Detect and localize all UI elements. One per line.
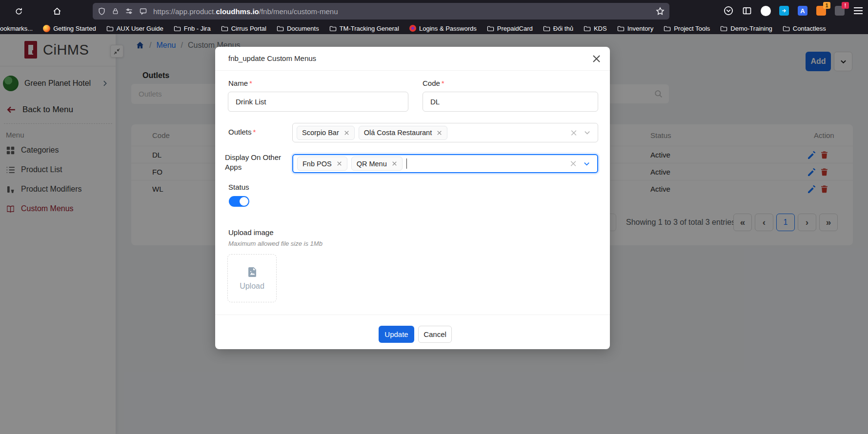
- outlets-multiselect[interactable]: Scorpio Bar Olá Costa Restaurant: [292, 123, 598, 142]
- code-field[interactable]: DL: [423, 92, 598, 112]
- orange-extension-icon[interactable]: 1: [815, 5, 827, 17]
- bookmark-item[interactable]: Đối thủ: [543, 25, 573, 32]
- reload-icon[interactable]: [13, 6, 24, 17]
- permissions-icon[interactable]: [125, 7, 133, 15]
- folder-icon: [617, 25, 625, 32]
- text-cursor: [406, 158, 407, 169]
- modal-header: fnb_update Custom Menus: [215, 47, 610, 71]
- chip-remove-icon[interactable]: [437, 130, 442, 136]
- clear-icon[interactable]: [570, 129, 577, 136]
- update-custom-menu-modal: fnb_update Custom Menus Name* Drink List…: [215, 47, 610, 349]
- home-icon[interactable]: [52, 6, 62, 17]
- bookmark-item[interactable]: Inventory: [617, 25, 653, 32]
- url-text: https://app.product.cloudhms.io/fnb/menu…: [153, 7, 338, 16]
- browser-chrome: https://app.product.cloudhms.io/fnb/menu…: [0, 0, 868, 34]
- display-apps-label: Display On OtherApps: [225, 153, 288, 172]
- folder-icon: [584, 25, 591, 32]
- chevron-down-icon[interactable]: [583, 160, 590, 167]
- bookmark-item[interactable]: TM-Tracking General: [329, 25, 399, 32]
- translate-extension-icon[interactable]: [797, 5, 808, 17]
- passwords-icon: [409, 25, 416, 32]
- tracking-shield-icon[interactable]: [98, 7, 106, 16]
- chip-outlet: Scorpio Bar: [297, 126, 355, 140]
- folder-icon: [487, 25, 494, 32]
- bookmark-item[interactable]: ookmarks...: [0, 25, 33, 32]
- modal-footer: Update Cancel: [215, 315, 610, 349]
- screen: https://app.product.cloudhms.io/fnb/menu…: [0, 0, 868, 434]
- app-page: CiHMS Green Planet Hotel Back to Menu Me…: [0, 34, 868, 434]
- bookmark-item[interactable]: KDS: [584, 25, 607, 32]
- bookmark-item[interactable]: AUX User Guide: [106, 25, 163, 32]
- bookmark-item[interactable]: Documents: [277, 25, 319, 32]
- upload-image-label: Upload image: [228, 228, 274, 237]
- image-file-icon: [246, 266, 258, 278]
- bookmark-item[interactable]: Getting Started: [43, 25, 96, 32]
- clear-icon[interactable]: [570, 160, 577, 167]
- folder-icon: [329, 25, 337, 32]
- bookmark-item[interactable]: Demo-Training: [720, 25, 772, 32]
- upload-dropzone[interactable]: Upload: [227, 254, 277, 302]
- folder-icon: [543, 25, 550, 32]
- code-label: Code*: [423, 79, 444, 87]
- close-icon[interactable]: [591, 53, 602, 64]
- extension-badge: 1: [823, 2, 830, 9]
- modal-title: fnb_update Custom Menus: [228, 54, 316, 62]
- upload-hint: Maximum allowed file size is 1Mb: [228, 240, 323, 247]
- upload-button-label: Upload: [240, 282, 264, 291]
- outlets-label: Outlets*: [228, 128, 256, 136]
- bookmark-item[interactable]: Project Tools: [664, 25, 710, 32]
- display-apps-multiselect[interactable]: Fnb POS QR Menu: [292, 154, 598, 173]
- cancel-button[interactable]: Cancel: [418, 326, 452, 343]
- lock-icon[interactable]: [112, 7, 119, 15]
- menu-hamburger-icon[interactable]: [852, 5, 864, 17]
- send-doc-extension-icon[interactable]: [778, 5, 790, 17]
- chip-outlet: Olá Costa Restaurant: [359, 126, 447, 140]
- chip-remove-icon[interactable]: [344, 130, 349, 136]
- url-bar[interactable]: https://app.product.cloudhms.io/fnb/menu…: [93, 3, 669, 20]
- update-button[interactable]: Update: [379, 326, 414, 343]
- h-extension-icon[interactable]: [760, 5, 771, 17]
- bookmark-item[interactable]: Contactless: [783, 25, 826, 32]
- browser-toolbar: https://app.product.cloudhms.io/fnb/menu…: [0, 0, 868, 22]
- alert-badge: !: [842, 2, 849, 9]
- folder-icon: [106, 25, 114, 32]
- extension-icons: 1 !: [723, 5, 864, 17]
- alert-extension-icon[interactable]: !: [834, 5, 846, 17]
- folder-icon: [783, 25, 790, 32]
- chip-app: Fnb POS: [297, 157, 347, 171]
- notification-icon[interactable]: [139, 7, 147, 15]
- folder-icon: [720, 25, 727, 32]
- name-field[interactable]: Drink List: [228, 92, 408, 112]
- bookmark-star-icon[interactable]: [656, 7, 665, 16]
- pocket-icon[interactable]: [723, 5, 734, 17]
- bookmark-item[interactable]: Cirrus Portal: [221, 25, 266, 32]
- status-toggle[interactable]: [229, 196, 249, 207]
- sidebars-icon[interactable]: [741, 5, 753, 17]
- bookmarks-bar: ookmarks... Getting Started AUX User Gui…: [0, 22, 868, 34]
- folder-icon: [664, 25, 671, 32]
- firefox-icon: [43, 25, 50, 32]
- folder-icon: [277, 25, 284, 32]
- chevron-down-icon[interactable]: [584, 129, 591, 137]
- chip-app: QR Menu: [351, 157, 403, 171]
- bookmark-item[interactable]: Logins & Passwords: [409, 25, 477, 32]
- folder-icon: [174, 25, 181, 32]
- bookmark-item[interactable]: Fnb - Jira: [174, 25, 211, 32]
- name-label: Name*: [228, 79, 252, 87]
- chip-remove-icon[interactable]: [337, 161, 342, 166]
- chip-remove-icon[interactable]: [392, 161, 397, 166]
- status-label: Status: [228, 183, 249, 191]
- bookmark-item[interactable]: PrepaidCard: [487, 25, 533, 32]
- folder-icon: [221, 25, 228, 32]
